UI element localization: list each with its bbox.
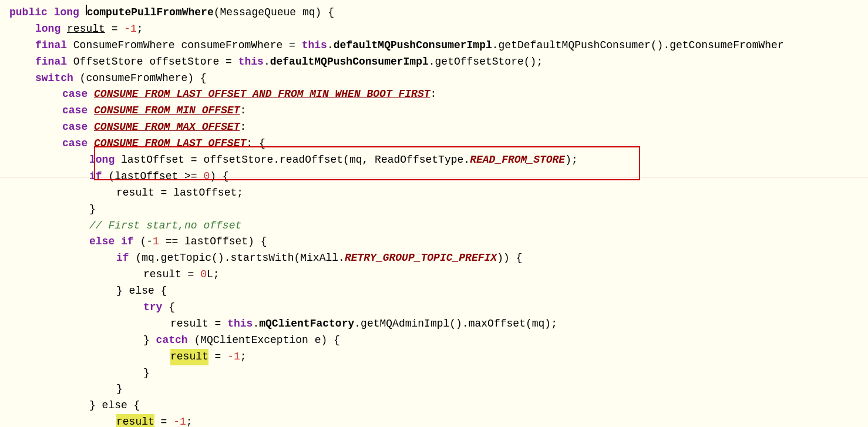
code-line: final ConsumeFromWhere consumeFromWhere …	[0, 38, 868, 54]
code-line: }	[0, 201, 868, 218]
code-line: else if (-1 == lastOffset) {	[0, 234, 868, 250]
code-line: result = this.mQClientFactory.getMQAdmin…	[0, 316, 868, 332]
code-line: // First start,no offset	[0, 218, 868, 234]
code-line: }	[0, 365, 868, 382]
code-line: result = -1;	[0, 414, 868, 427]
code-line: case CONSUME_FROM_MIN_OFFSET:	[0, 103, 868, 119]
code-editor: public long computePullFromWhere(Message…	[0, 0, 868, 427]
code-line: if (mq.getTopic().startsWith(MixAll.RETR…	[0, 250, 868, 267]
code-line: }	[0, 381, 868, 398]
code-line: public long computePullFromWhere(Message…	[0, 5, 868, 21]
code-line: long result = -1;	[0, 21, 868, 38]
code-line: result = -1;	[0, 349, 868, 365]
code-line: result = 0L;	[0, 267, 868, 283]
code-line: final OffsetStore offsetStore = this.def…	[0, 54, 868, 70]
code-line: switch (consumeFromWhere) {	[0, 70, 868, 87]
code-line: long lastOffset = offsetStore.readOffset…	[0, 152, 868, 169]
code-line: try {	[0, 300, 868, 316]
code-line: } else {	[0, 398, 868, 414]
code-line: } catch (MQClientException e) {	[0, 332, 868, 349]
code-line: if (lastOffset >= 0) {	[0, 169, 868, 185]
code-line: case CONSUME_FROM_LAST_OFFSET: {	[0, 136, 868, 152]
code-line: case CONSUME_FROM_LAST_OFFSET_AND_FROM_M…	[0, 86, 868, 103]
code-line: result = lastOffset;	[0, 185, 868, 201]
code-line: case CONSUME_FROM_MAX_OFFSET:	[0, 119, 868, 136]
code-line: } else {	[0, 283, 868, 300]
